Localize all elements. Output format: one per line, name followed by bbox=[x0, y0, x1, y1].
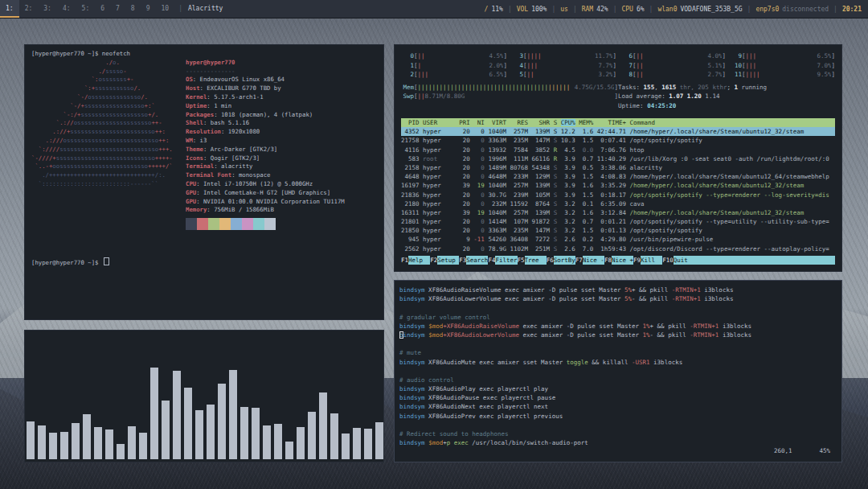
process-row[interactable]: 4116 hyper 20 0 13932 7584 3852 R 4.5 0.… bbox=[401, 146, 835, 154]
cava-bar bbox=[285, 442, 293, 459]
logo-line: `-/+sssssssssssssssso+:` bbox=[31, 102, 155, 109]
terminal-htop[interactable]: 0[||4.5%]1[|2.0%]2[|||6.5%]3[||||11.7%]4… bbox=[394, 44, 842, 272]
editor-line: bindsym XF86AudioPlay exec playerctl pla… bbox=[399, 384, 837, 393]
logo-line: .:///ossssssssssssssssssssssssso++: bbox=[31, 137, 169, 144]
editor-line: bindsym XF86AudioMute exec amixer sset M… bbox=[399, 358, 837, 367]
process-row[interactable]: 21758 hyper 20 0 3363M 235M 147M S 10.3 … bbox=[401, 136, 835, 145]
palette-swatch bbox=[242, 218, 253, 230]
cava-bar bbox=[263, 425, 271, 459]
process-row[interactable]: 945 hyper 9 -11 54260 36408 7272 S 2.6 0… bbox=[401, 235, 835, 244]
workspace-button-2[interactable]: 2: bbox=[19, 0, 39, 18]
cava-bar bbox=[353, 428, 361, 459]
editor-line: bindsym XF86AudioRaiseVolume exec amixer… bbox=[399, 286, 837, 294]
cpu-meter-4: 4[|||7.7%] bbox=[510, 61, 616, 71]
fkey-help[interactable]: F1Help bbox=[401, 256, 430, 265]
workspace-button-5[interactable]: 5: bbox=[76, 0, 96, 18]
fkey-tree[interactable]: F5Tree bbox=[518, 256, 547, 265]
process-table: PID USER PRI NI VIRT RES SHR S CPU% MEM%… bbox=[401, 118, 835, 253]
cava-bar bbox=[375, 422, 383, 459]
cava-bar bbox=[342, 434, 350, 459]
uptime-line: Uptime: 04:25:20 bbox=[618, 101, 835, 111]
prompt-text: [hyper@hyper770 ~]$ bbox=[31, 259, 102, 266]
info-line: WM: i3 bbox=[186, 137, 345, 146]
cava-bar bbox=[240, 407, 248, 459]
logo-line: `-////+ssssssssssssssssssssssssssso++++- bbox=[31, 154, 173, 162]
process-row[interactable]: 583 root 20 0 1996M 111M 66116 R 3.9 0.7… bbox=[401, 154, 835, 163]
workspace-button-7[interactable]: 7 bbox=[110, 0, 125, 18]
terminal-vim-editor[interactable]: bindsym XF86AudioRaiseVolume exec amixer… bbox=[394, 280, 842, 462]
info-line: Terminal: alacritty bbox=[186, 162, 345, 171]
cava-bar bbox=[117, 444, 125, 459]
workspace-button-9[interactable]: 9 bbox=[141, 0, 156, 18]
i3-config-text: bindsym XF86AudioRaiseVolume exec amixer… bbox=[399, 286, 837, 447]
vim-ruler: 260,1 45% bbox=[774, 446, 830, 455]
process-row[interactable]: 16197 hyper 39 19 1040M 257M 139M S 3.9 … bbox=[401, 181, 835, 190]
fkey-sortby[interactable]: F6SortBy bbox=[547, 256, 575, 265]
process-row[interactable]: 2180 hyper 20 0 232M 11592 8764 S 3.2 0.… bbox=[401, 199, 835, 208]
fkey-nice-[interactable]: F8Nice + bbox=[604, 256, 633, 265]
workspace-button-3[interactable]: 3: bbox=[38, 0, 57, 18]
cursor-position: 260,1 bbox=[774, 446, 792, 455]
info-line: Resolution: 1920x1080 bbox=[186, 128, 345, 137]
clock: 20:21 bbox=[842, 6, 862, 13]
terminal-neofetch[interactable]: [hyper@hyper770 ~]$ neofetch ./o. ./ssss… bbox=[24, 44, 384, 320]
cava-bar bbox=[195, 410, 203, 459]
workspace-button-4[interactable]: 4: bbox=[57, 0, 76, 18]
info-line: Uptime: 1 min bbox=[186, 102, 345, 111]
cava-bar bbox=[49, 433, 57, 459]
process-row[interactable]: 21850 hyper 20 0 3363M 235M 147M S 3.2 1… bbox=[401, 226, 835, 235]
cpu-meter-11: 11[||||9.5%] bbox=[729, 70, 835, 80]
workspace-button-8[interactable]: 8 bbox=[125, 0, 141, 18]
editor-line bbox=[399, 367, 837, 376]
workspace-button-1[interactable]: 1: bbox=[0, 0, 19, 18]
cpu-meter-6: 6[||4.0%] bbox=[620, 51, 726, 61]
info-line: Packages: 1018 (pacman), 4 (flatpak) bbox=[186, 111, 345, 120]
info-line: Memory: 756MiB / 15866MiB bbox=[186, 206, 345, 215]
info-line: Kernel: 5.17.5-arch1-1 bbox=[186, 93, 345, 102]
cava-bar bbox=[297, 427, 305, 459]
process-row[interactable]: 21836 hyper 20 0 30.7G 239M 105M S 3.9 1… bbox=[401, 191, 835, 199]
editor-line: # Redirect sound to headphones bbox=[399, 429, 837, 438]
status-segment: us bbox=[560, 6, 568, 13]
status-segment: /11% bbox=[485, 6, 503, 13]
palette-swatch bbox=[219, 218, 231, 230]
editor-line: bindsym XF86AudioNext exec playerctl nex… bbox=[399, 402, 837, 411]
workspace-list: 1:2:3:4:5:678910 bbox=[0, 0, 174, 18]
fkey-setup[interactable]: F2Setup bbox=[430, 256, 459, 265]
fkey-filter[interactable]: F4Filter bbox=[488, 256, 517, 265]
fkey-kill[interactable]: F9Kill bbox=[633, 256, 662, 265]
logo-line: `-/ossssssssssssso/. bbox=[31, 93, 148, 101]
shell-command-line: [hyper@hyper770 ~]$ neofetch bbox=[31, 50, 377, 59]
process-row[interactable]: 4648 hyper 20 0 4648M 233M 129M S 3.9 1.… bbox=[401, 172, 835, 181]
logo-line: `.://osssssssssssssssssssso++- bbox=[31, 119, 162, 126]
memory-meter: Mem[||||||||||||||||||||||||||||||||||||… bbox=[401, 83, 618, 92]
process-row[interactable]: 4352 hyper 20 0 1040M 257M 139M S 12.2 1… bbox=[401, 127, 835, 136]
fkey-quit[interactable]: F10Quit bbox=[662, 256, 835, 265]
status-blocks: /11%|VOL100%|us|RAM42%|CPU6%|wlan0VODAFO… bbox=[485, 0, 868, 18]
user-host-title: hyper@hyper770 bbox=[186, 59, 345, 68]
workspace-button-6[interactable]: 6 bbox=[95, 0, 110, 18]
fkey-search[interactable]: F3Search bbox=[459, 256, 488, 265]
palette-swatch bbox=[186, 218, 197, 230]
process-row[interactable]: 2562 hyper 20 0 78.9G 1102M 251M S 2.6 7… bbox=[401, 244, 835, 253]
process-row[interactable]: 16311 hyper 39 19 1040M 257M 139M S 3.2 … bbox=[401, 208, 835, 217]
editor-line: # audio control bbox=[399, 376, 837, 384]
workspace-button-10[interactable]: 10 bbox=[156, 0, 175, 18]
cava-bar bbox=[274, 424, 282, 459]
logo-line: `:osssssss+- bbox=[31, 76, 133, 83]
palette-swatch bbox=[208, 218, 219, 230]
cava-bar bbox=[162, 401, 170, 459]
load-average-line: Load average: 1.07 1.20 1.14 bbox=[618, 92, 835, 101]
status-segment: VOL100% bbox=[517, 6, 547, 13]
fkey-nice-[interactable]: F7Nice - bbox=[575, 256, 604, 265]
focused-window-title: Alacritty bbox=[188, 0, 223, 18]
cpu-meter-7: 7[||5.1%] bbox=[620, 61, 726, 71]
logo-line: .://+ssssssssssssssssssssssso++: bbox=[31, 128, 166, 135]
process-row[interactable]: 21801 hyper 20 0 1414M 107M 91872 S 3.2 … bbox=[401, 217, 835, 226]
logo-line: ./++++++++++++++++++++++++++++++/:. bbox=[31, 171, 166, 179]
process-row[interactable]: 2158 hyper 20 0 1489M 80768 54348 S 3.9 … bbox=[401, 163, 835, 172]
terminal-cava[interactable] bbox=[24, 330, 384, 462]
system-info-list: hyper@hyper770--------------OS: Endeavou… bbox=[186, 59, 345, 230]
audio-visualizer bbox=[25, 331, 383, 462]
terminal-color-palette bbox=[186, 218, 345, 230]
